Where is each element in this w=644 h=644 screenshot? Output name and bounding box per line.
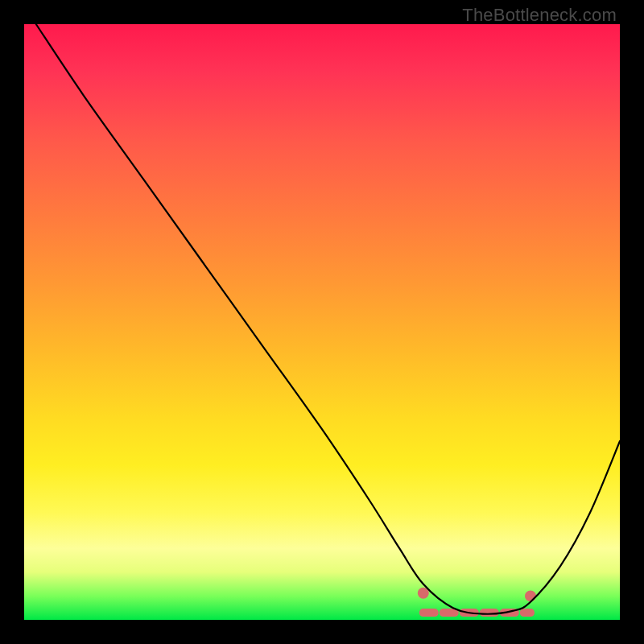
- bottleneck-curve: [36, 24, 620, 614]
- optimal-marker-right: [525, 590, 536, 601]
- plot-area: [24, 24, 620, 620]
- chart-svg: [24, 24, 620, 620]
- chart-frame: TheBottleneck.com: [0, 0, 644, 644]
- watermark-text: TheBottleneck.com: [462, 5, 617, 26]
